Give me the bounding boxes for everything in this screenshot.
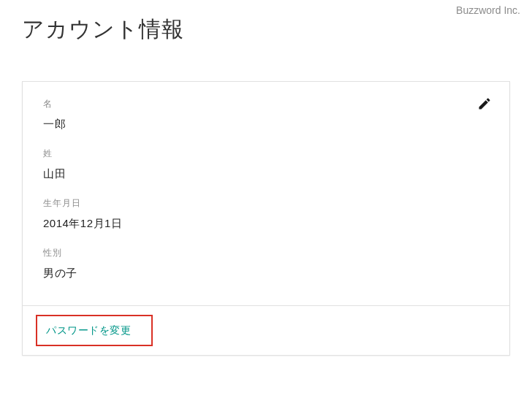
page-title: アカウント情報 [0, 0, 532, 45]
field-value: 一郎 [43, 118, 489, 131]
field-label: 生年月日 [43, 197, 489, 210]
field-label: 名 [43, 98, 489, 110]
watermark-text: Buzzword Inc. [456, 4, 520, 16]
field-label: 性別 [43, 247, 489, 259]
field-value: 男の子 [43, 267, 489, 280]
edit-icon[interactable] [477, 96, 492, 111]
field-last-name: 姓 山田 [43, 148, 489, 181]
highlight-annotation: パスワードを変更 [36, 315, 153, 346]
card-footer: パスワードを変更 [23, 305, 509, 355]
field-gender: 性別 男の子 [43, 247, 489, 280]
field-value: 2014年12月1日 [43, 217, 489, 231]
card-body: 名 一郎 姓 山田 生年月日 2014年12月1日 性別 男の子 [23, 82, 509, 305]
change-password-link[interactable]: パスワードを変更 [46, 324, 131, 336]
field-label: 姓 [43, 148, 489, 160]
account-info-card: 名 一郎 姓 山田 生年月日 2014年12月1日 性別 男の子 パスワードを変… [22, 81, 510, 356]
field-first-name: 名 一郎 [43, 98, 489, 131]
field-value: 山田 [43, 167, 489, 181]
field-birth-date: 生年月日 2014年12月1日 [43, 197, 489, 231]
